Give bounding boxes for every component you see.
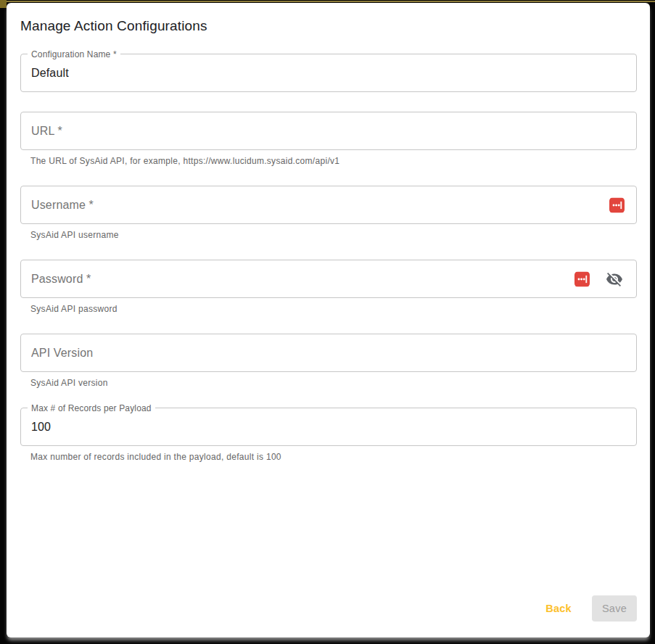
max-records-field[interactable]: Max # of Records per Payload [20,408,637,446]
visibility-off-icon[interactable] [606,271,623,288]
username-block: SysAid API username [20,186,637,241]
api-version-field[interactable] [20,334,637,372]
url-block: The URL of SysAid API, for example, http… [20,112,637,167]
max-records-label: Max # of Records per Payload [28,403,155,413]
api-version-input[interactable] [21,334,636,371]
configuration-name-field[interactable]: Configuration Name * [20,54,637,92]
url-helper-text: The URL of SysAid API, for example, http… [30,156,637,167]
autofill-icon[interactable] [609,197,625,212]
username-helper-text: SysAid API username [30,230,637,241]
url-field[interactable] [20,112,637,150]
back-button[interactable]: Back [541,597,576,620]
max-records-input[interactable] [21,408,636,445]
url-input[interactable] [21,112,636,149]
max-records-block: Max # of Records per Payload Max number … [20,408,637,463]
api-version-helper-text: SysAid API version [30,378,637,389]
password-block: SysAid API password [20,260,637,315]
dialog-title: Manage Action Configurations [20,17,637,34]
api-version-block: SysAid API version [20,334,637,389]
max-records-helper-text: Max number of records included in the pa… [30,452,637,463]
configuration-name-label: Configuration Name * [28,49,120,59]
save-button[interactable]: Save [592,595,637,622]
autofill-icon[interactable] [574,271,590,286]
dialog-actions: Back Save [541,595,637,622]
password-field[interactable] [20,260,637,298]
password-helper-text: SysAid API password [30,304,637,315]
configuration-name-input[interactable] [21,54,636,91]
configuration-name-block: Configuration Name * [20,54,637,92]
username-field[interactable] [20,186,637,224]
username-input[interactable] [21,186,636,223]
corner-accent [0,0,7,8]
password-input[interactable] [21,260,636,297]
top-accent-line [0,1,655,2]
manage-action-configurations-dialog: Manage Action Configurations Configurati… [7,3,650,637]
